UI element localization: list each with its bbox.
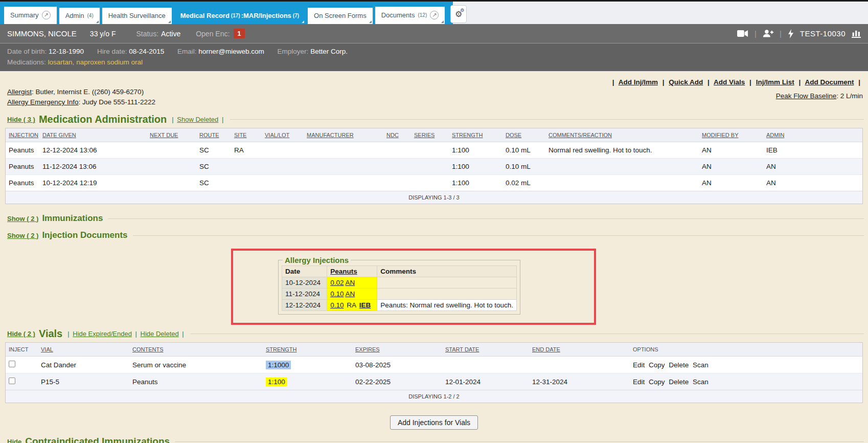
add-user-icon[interactable] xyxy=(763,29,773,38)
col-ndc-label[interactable]: NDC xyxy=(386,132,399,138)
quick-add-link[interactable]: Quick Add xyxy=(669,78,703,86)
hide-expired-link[interactable]: Hide Expired/Ended xyxy=(73,330,132,338)
col-manufacturer-label[interactable]: MANUFACTURER xyxy=(307,132,354,138)
col-injection-label[interactable]: INJECTION xyxy=(9,132,38,138)
section-rule xyxy=(191,334,864,334)
external-link-icon[interactable]: ↗ xyxy=(42,11,51,19)
col-route-label[interactable]: ROUTE xyxy=(199,132,219,138)
external-link-icon[interactable]: ↗ xyxy=(430,11,439,19)
medication-link-naproxen[interactable]: naproxen sodium oral xyxy=(76,58,143,66)
allergen-column-link[interactable]: Peanuts xyxy=(330,268,357,275)
allergist-line: Allergist: Butler, Internist E. ((260) 4… xyxy=(7,87,155,97)
allergy-emergency-info-link[interactable]: Allergy Emergency Info xyxy=(7,98,79,106)
dose-link[interactable]: 0.10 xyxy=(330,290,344,298)
add-injections-for-vials-button[interactable]: Add Injections for Vials xyxy=(390,415,478,430)
initials-link[interactable]: AN xyxy=(345,290,355,298)
add-inj-imm-link[interactable]: Add Inj/Imm xyxy=(619,78,658,86)
open-enc-badge[interactable]: 1 xyxy=(234,29,244,38)
col-date-given-label[interactable]: DATE GIVEN xyxy=(42,132,76,138)
cell-site xyxy=(231,159,262,175)
med-admin-hide-toggle[interactable]: Hide ( 3 ) xyxy=(7,116,35,123)
delete-link[interactable]: Delete xyxy=(669,378,689,386)
show-deleted-link[interactable]: Show Deleted xyxy=(177,116,218,123)
tab-documents[interactable]: Documents (12) ↗ xyxy=(375,4,445,24)
col-series-label[interactable]: SERIES xyxy=(414,132,435,138)
injection-documents-show-toggle[interactable]: Show ( 2 ) xyxy=(7,232,38,239)
cell-injection: Peanuts xyxy=(6,142,39,159)
col-strength-label[interactable]: STRENGTH xyxy=(266,346,297,352)
dob-label: Date of birth: xyxy=(7,48,47,55)
edit-link[interactable]: Edit xyxy=(633,361,645,369)
hide-deleted-link[interactable]: Hide Deleted xyxy=(141,330,179,338)
add-document-link[interactable]: Add Document xyxy=(805,78,854,86)
initials-link[interactable]: AN xyxy=(345,279,355,286)
tab-on-screen-forms[interactable]: On Screen Forms xyxy=(308,5,373,24)
cell-admin: AN xyxy=(763,159,862,175)
tab-summary[interactable]: Summary ↗ xyxy=(4,4,57,24)
col-dose-label[interactable]: DOSE xyxy=(506,132,521,138)
settings-button[interactable]: ⚙ ⚙ xyxy=(450,5,467,23)
copy-link[interactable]: Copy xyxy=(649,378,665,386)
col-strength-label[interactable]: STRENGTH xyxy=(452,132,483,138)
patient-id: TEST-10030 xyxy=(800,29,846,38)
dose-link[interactable]: 0.10 xyxy=(330,301,344,309)
allergy-injections-highlight-box: Allergy Injections Date Peanuts Comments… xyxy=(231,249,596,325)
col-contents: CONTENTS xyxy=(129,343,263,357)
demographics-line: Date of birth: 12-18-1990 Hire date: 08-… xyxy=(7,46,861,57)
col-expires-label[interactable]: EXPIRES xyxy=(355,346,380,352)
col-admin-label[interactable]: ADMIN xyxy=(766,132,784,138)
inj-imm-list-link[interactable]: Inj/Imm List xyxy=(756,78,794,86)
copy-link[interactable]: Copy xyxy=(649,361,665,369)
cell-route: SC xyxy=(196,142,231,159)
delete-link[interactable]: Delete xyxy=(669,361,689,369)
video-camera-icon[interactable] xyxy=(737,30,748,37)
tab-summary-label: Summary xyxy=(10,11,39,19)
col-modified-by-label[interactable]: MODIFIED BY xyxy=(702,132,739,138)
table-paging-status: DISPLAYING 1-3 / 3 xyxy=(6,191,862,204)
peak-flow-baseline-link[interactable]: Peak Flow Baseline xyxy=(776,92,837,100)
cell-modified-by: AN xyxy=(699,159,763,175)
col-comments-label[interactable]: COMMENTS/REACTION xyxy=(549,132,612,138)
tab-admin[interactable]: Admin (4) xyxy=(59,5,100,24)
injection-documents-section-header: Show ( 2 ) Injection Documents xyxy=(7,230,864,240)
scan-link[interactable]: Scan xyxy=(693,378,709,386)
medication-link-losartan[interactable]: losartan xyxy=(48,58,73,66)
col-vial-label[interactable]: VIAL xyxy=(41,346,53,352)
col-contents-label[interactable]: CONTENTS xyxy=(132,346,164,352)
col-site-label[interactable]: SITE xyxy=(234,132,246,138)
inject-checkbox[interactable] xyxy=(9,378,15,384)
initials-link[interactable]: IEB xyxy=(359,301,371,309)
allergist-link[interactable]: Allergist xyxy=(7,88,32,96)
med-admin-table-container: INJECTION DATE GIVEN NEXT DUE ROUTE SITE… xyxy=(5,128,863,204)
contraindicated-hide-toggle[interactable]: Hide xyxy=(7,438,21,443)
cell-expires: 02-22-2025 xyxy=(352,373,442,390)
medications-label: Medications: xyxy=(7,58,46,66)
tab-health-surveillance-label: Health Surveillance xyxy=(108,12,166,19)
col-vial-lot-label[interactable]: VIAL/LOT xyxy=(265,132,289,138)
add-vials-link[interactable]: Add Vials xyxy=(714,78,745,86)
immunizations-show-toggle[interactable]: Show ( 2 ) xyxy=(7,215,38,223)
cell-admin: AN xyxy=(763,175,862,191)
bar-chart-icon[interactable] xyxy=(852,30,861,38)
edit-link[interactable]: Edit xyxy=(633,378,645,386)
vials-table: INJECT VIAL CONTENTS STRENGTH EXPIRES ST… xyxy=(6,343,862,403)
hire-date-label: Hire date: xyxy=(97,48,127,55)
col-next-due-label[interactable]: NEXT DUE xyxy=(150,132,178,138)
inject-checkbox[interactable] xyxy=(9,361,15,367)
section-rule xyxy=(133,235,864,236)
tab-health-surveillance[interactable]: Health Surveillance xyxy=(102,5,172,24)
separator: | xyxy=(707,78,710,86)
tab-medical-record[interactable]: Medical Record (17) :MAR/Injections (7) xyxy=(174,5,305,24)
col-comments: COMMENTS/REACTION xyxy=(545,128,699,142)
lightning-bolt-icon[interactable] xyxy=(788,29,794,38)
vials-hide-toggle[interactable]: Hide ( 2 ) xyxy=(7,330,35,338)
col-start-date-label[interactable]: START DATE xyxy=(445,346,479,352)
cell-end-date xyxy=(529,357,630,373)
dose-link[interactable]: 0.02 xyxy=(330,279,344,286)
col-end-date-label[interactable]: END DATE xyxy=(532,346,560,352)
cell-route: SC xyxy=(196,159,231,175)
medication-separator: , xyxy=(73,58,75,66)
scan-link[interactable]: Scan xyxy=(693,361,709,369)
dob-value: 12-18-1990 xyxy=(49,48,84,55)
cell-strength: 1:100 xyxy=(263,373,352,390)
